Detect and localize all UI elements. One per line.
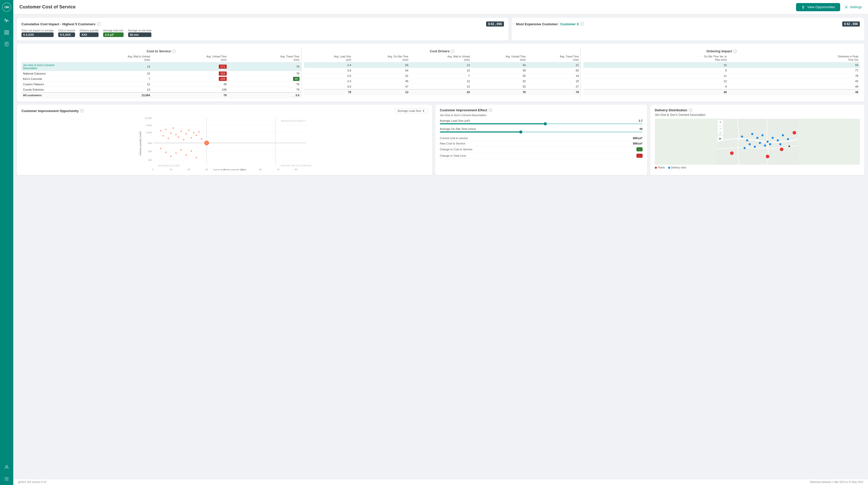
- metric-cost-service: Cost of service $ X,XXX: [58, 29, 75, 37]
- change-total-row: Change in Total Cost --: [440, 153, 643, 159]
- table-row: Ken's Concrete 7 133 49: [22, 76, 301, 82]
- load-size-fill: [440, 123, 545, 124]
- metric-onsite-time: Average on-site time 56 min: [128, 29, 152, 37]
- ordering-impact-info-icon[interactable]: i: [733, 50, 737, 53]
- grid-icon[interactable]: [3, 29, 10, 36]
- table-row: Custom Flatworx 12 49 79: [22, 82, 301, 87]
- table-row: 1178: [583, 73, 860, 78]
- pulse-icon[interactable]: [3, 17, 10, 24]
- main-content: Customer Cost of Service View Opportunit…: [13, 0, 868, 485]
- svg-point-42: [160, 130, 161, 131]
- ordering-impact-header: Ordering Impact i: [583, 47, 860, 54]
- svg-point-46: [170, 132, 172, 134]
- svg-text:2,000: 2,000: [146, 131, 152, 134]
- footer-right: Deliveries between 1 Mar 2022 to 31 May …: [810, 481, 863, 483]
- load-size-thumb[interactable]: [544, 122, 547, 125]
- svg-point-85: [782, 134, 784, 136]
- filter-button[interactable]: Average Load Size ▼: [395, 108, 428, 114]
- effect-info-icon[interactable]: i: [489, 108, 492, 112]
- load-size-slider-row: Average Load Size (yd³) 3.7: [440, 119, 643, 124]
- table-row: 977: [583, 68, 860, 73]
- cost-drivers-header: Cost Drivers i: [304, 47, 581, 54]
- svg-rect-5: [7, 33, 9, 34]
- table-row: County Exteriors 13 199 79: [22, 87, 301, 93]
- svg-point-58: [201, 138, 202, 140]
- improvement-info-icon[interactable]: i: [80, 109, 84, 112]
- svg-point-66: [195, 157, 197, 158]
- svg-point-57: [198, 131, 199, 133]
- col-unload-time: Avg. Unload Time(min): [152, 54, 228, 63]
- svg-text:Cost to service this customer : Cost to service this customer ($/yd3): [213, 168, 246, 171]
- lightbulb-icon: [801, 5, 805, 9]
- view-opportunities-button[interactable]: View Opportunities: [796, 3, 840, 11]
- svg-text:10: 10: [169, 168, 172, 171]
- load-size-track: [440, 123, 643, 124]
- svg-text:200: 200: [148, 150, 152, 153]
- svg-point-47: [173, 127, 174, 129]
- cost-drivers-info-icon[interactable]: i: [451, 50, 455, 53]
- effect-customer-name: Jon Doe & Son's Cement Association: [440, 114, 643, 117]
- svg-point-86: [779, 143, 781, 145]
- svg-point-14: [846, 7, 847, 8]
- svg-rect-4: [5, 33, 6, 34]
- svg-point-48: [175, 134, 177, 135]
- cost-service-info-icon[interactable]: i: [172, 50, 176, 53]
- svg-text:100: 100: [148, 159, 152, 161]
- svg-rect-3: [7, 31, 9, 32]
- metric-load-size: Average load size 2.4 yd³: [103, 29, 123, 37]
- svg-text:+: +: [719, 121, 721, 124]
- page-header: Customer Cost of Service View Opportunit…: [13, 0, 868, 14]
- svg-text:0: 0: [152, 168, 154, 171]
- header-actions: View Opportunities Settings: [796, 3, 862, 11]
- onsite-thumb[interactable]: [519, 130, 522, 133]
- cumulative-badge: $ 62 , 656: [486, 22, 504, 27]
- svg-point-13: [802, 6, 804, 8]
- footer-left: @2022 Volt Version H.10: [18, 481, 46, 483]
- top-row: Cumulative Cost Impact - Highest 5 Custo…: [17, 18, 864, 41]
- svg-text:MAXIMIZE VOLUME: MAXIMIZE VOLUME: [158, 164, 180, 167]
- settings-button[interactable]: Settings: [844, 5, 862, 9]
- cumulative-info-icon[interactable]: i: [97, 22, 101, 26]
- svg-point-82: [764, 144, 766, 147]
- svg-point-51: [183, 139, 184, 140]
- total-row: All customers 13,564 79 3.0: [22, 92, 301, 98]
- svg-text:60: 60: [259, 168, 261, 171]
- change-cost-row: Change in Cost to Service --: [440, 146, 643, 153]
- delivery-info-icon[interactable]: i: [689, 108, 692, 112]
- svg-point-61: [170, 156, 172, 157]
- svg-point-65: [190, 150, 192, 152]
- cost-rows: Current cost to service $86/yd³ New Cost…: [440, 135, 643, 159]
- col-travel-time: Avg. Travel Time(min): [228, 54, 301, 63]
- svg-text:5,000: 5,000: [146, 124, 152, 127]
- scatter-plot: 10,000 5,000 2,000 500 200 100 0 10 20 3…: [22, 116, 428, 171]
- svg-point-56: [195, 134, 197, 136]
- svg-point-81: [759, 142, 761, 144]
- total-row: 49 49: [583, 89, 860, 95]
- expensive-customer-card: Most Expensive Customer: Customer X i $ …: [512, 18, 864, 41]
- svg-text:10,000: 10,000: [145, 117, 152, 120]
- user-icon[interactable]: [3, 463, 10, 471]
- improvement-title: Customer Improvement Opportunity i: [22, 109, 84, 113]
- cost-service-table: Avg. Wait to Unload(min) Avg. Unload Tim…: [22, 54, 301, 98]
- expensive-title: Most Expensive Customer: Customer X i: [516, 22, 584, 26]
- metric-delivery-qty: Delivery quantity XXX: [80, 29, 98, 37]
- sidebar-logo[interactable]: C60: [2, 3, 11, 12]
- dropdown-arrow-icon: ▼: [422, 109, 425, 112]
- svg-point-55: [193, 132, 194, 133]
- table-sections: Cost to Service i Avg. Wait to Unload(mi…: [22, 47, 860, 98]
- page-content: Cumulative Cost Impact - Highest 5 Custo…: [13, 14, 868, 479]
- settings-icon: [844, 5, 848, 9]
- improvement-opportunity-card: Customer Improvement Opportunity i Avera…: [17, 105, 432, 175]
- svg-point-89: [780, 148, 783, 151]
- table-row: Jon Doe & Son's Cement Association 13 17…: [22, 63, 301, 71]
- total-row: 79 13 33 79 79: [304, 89, 581, 95]
- svg-point-92: [788, 146, 790, 147]
- svg-point-76: [766, 141, 769, 143]
- plants-dot: [655, 167, 657, 169]
- clipboard-icon[interactable]: [3, 41, 10, 48]
- expensive-info-icon[interactable]: i: [580, 22, 584, 26]
- delivery-customer-name: Jon Doe & Son's Cement Association: [655, 113, 860, 117]
- cost-table-card: Cost to Service i Avg. Wait to Unload(mi…: [17, 44, 864, 102]
- menu-icon[interactable]: [3, 475, 10, 482]
- svg-point-67: [205, 141, 209, 145]
